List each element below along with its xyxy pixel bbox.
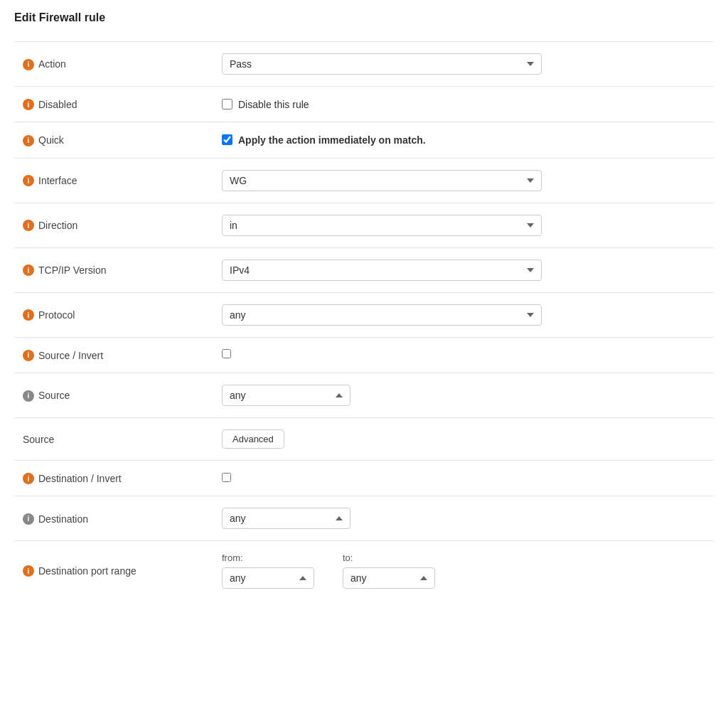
control-dest-invert [213,460,714,496]
checkbox-dest-invert[interactable] [222,473,231,482]
info-icon-protocol[interactable]: i [23,309,34,321]
checkbox-quick[interactable] [222,134,232,145]
select-interface[interactable]: WGLANWAN [222,170,542,191]
form-row-disabled: iDisabledDisable this rule [14,87,714,122]
checkbox-wrapper-disabled: Disable this rule [222,99,705,110]
form-row-source-advanced: SourceAdvanced [14,417,714,460]
control-direction: inoutany [213,203,714,247]
label-direction: iDirection [14,203,213,247]
checkbox-label-quick: Apply the action immediately on match. [238,134,426,146]
info-icon-tcpip[interactable]: i [23,265,34,276]
page-wrapper: Edit Firewall rule iActionPassBlockRejec… [0,0,728,611]
port-range-to-select[interactable]: anyHTTPHTTPSSSH [343,567,435,589]
info-icon-interface[interactable]: i [23,175,34,186]
label-source-invert: iSource / Invert [14,337,213,373]
label-tcpip: iTCP/IP Version [14,247,213,292]
label-source-advanced: Source [14,417,213,460]
label-text-destination: Destination [38,513,88,525]
button-source-advanced[interactable]: Advanced [222,429,284,449]
control-dest-port: from:anyHTTPHTTPSSSHto:anyHTTPHTTPSSSH [213,541,714,601]
form-row-destination: iDestinationanysingle host or network [14,496,714,541]
label-text-action: Action [38,59,66,70]
checkbox-source-invert[interactable] [222,349,231,358]
label-text-quick: Quick [38,135,64,146]
info-icon-disabled[interactable]: i [23,99,34,110]
label-dest-port: iDestination port range [14,541,213,601]
form-row-dest-port: iDestination port rangefrom:anyHTTPHTTPS… [14,541,714,601]
form-row-source: iSourceanysingle host or networkany [14,373,714,417]
checkbox-label-disabled: Disable this rule [238,99,309,110]
label-text-source-advanced: Source [23,434,54,445]
control-source-invert [213,337,714,373]
control-source-advanced: Advanced [213,417,714,460]
control-protocol: anyTCPUDPICMP [213,292,714,337]
page-title: Edit Firewall rule [14,11,714,30]
label-text-tcpip: TCP/IP Version [38,265,106,276]
select-tcpip[interactable]: IPv4IPv6IPv4+IPv6 [222,260,542,281]
label-text-direction: Direction [38,220,77,231]
control-tcpip: IPv4IPv6IPv4+IPv6 [213,247,714,292]
select-protocol[interactable]: anyTCPUDPICMP [222,304,542,326]
label-action: iAction [14,42,213,87]
info-icon-source[interactable]: i [23,390,34,402]
label-protocol: iProtocol [14,292,213,337]
label-text-source-invert: Source / Invert [38,350,103,361]
control-source: anysingle host or networkany [213,373,714,417]
form-row-source-invert: iSource / Invert [14,337,714,373]
label-interface: iInterface [14,158,213,203]
select-action[interactable]: PassBlockReject [222,53,542,75]
port-range-wrapper: from:anyHTTPHTTPSSSHto:anyHTTPHTTPSSSH [222,552,705,589]
label-quick: iQuick [14,122,213,158]
form-row-action: iActionPassBlockReject [14,42,714,87]
form-row-interface: iInterfaceWGLANWAN [14,158,714,203]
label-text-source: Source [38,390,70,402]
checkbox-wrapper-quick: Apply the action immediately on match. [222,134,705,146]
info-icon-dest-invert[interactable]: i [23,473,34,484]
control-destination: anysingle host or network [213,496,714,541]
firewall-form: iActionPassBlockRejectiDisabledDisable t… [14,41,714,600]
control-disabled: Disable this rule [213,87,714,122]
label-destination: iDestination [14,496,213,541]
port-range-from-label: from: [222,552,314,563]
checkbox-disabled[interactable] [222,99,232,109]
info-icon-quick[interactable]: i [23,135,34,146]
label-text-disabled: Disabled [38,99,77,110]
label-text-dest-port: Destination port range [38,565,136,577]
info-icon-direction[interactable]: i [23,220,34,231]
label-text-protocol: Protocol [38,309,75,321]
label-text-interface: Interface [38,175,77,186]
port-range-to-group: to:anyHTTPHTTPSSSH [343,552,435,589]
label-dest-invert: iDestination / Invert [14,460,213,496]
control-quick: Apply the action immediately on match. [213,122,714,158]
port-range-from-select[interactable]: anyHTTPHTTPSSSH [222,567,314,589]
label-disabled: iDisabled [14,87,213,122]
info-icon-destination[interactable]: i [23,513,34,525]
info-icon-source-invert[interactable]: i [23,350,34,361]
form-row-dest-invert: iDestination / Invert [14,460,714,496]
form-row-quick: iQuickApply the action immediately on ma… [14,122,714,158]
info-icon-action[interactable]: i [23,59,34,70]
form-row-protocol: iProtocolanyTCPUDPICMP [14,292,714,337]
info-icon-dest-port[interactable]: i [23,565,34,577]
label-source: iSource [14,373,213,417]
port-range-to-label: to: [343,552,435,563]
port-range-from-group: from:anyHTTPHTTPSSSH [222,552,314,589]
form-row-direction: iDirectioninoutany [14,203,714,247]
select-destination[interactable]: anysingle host or network [222,508,350,529]
select-direction[interactable]: inoutany [222,215,542,236]
select-source[interactable]: anysingle host or networkany [222,385,350,406]
control-interface: WGLANWAN [213,158,714,203]
label-text-dest-invert: Destination / Invert [38,473,122,484]
form-row-tcpip: iTCP/IP VersionIPv4IPv6IPv4+IPv6 [14,247,714,292]
control-action: PassBlockReject [213,42,714,87]
